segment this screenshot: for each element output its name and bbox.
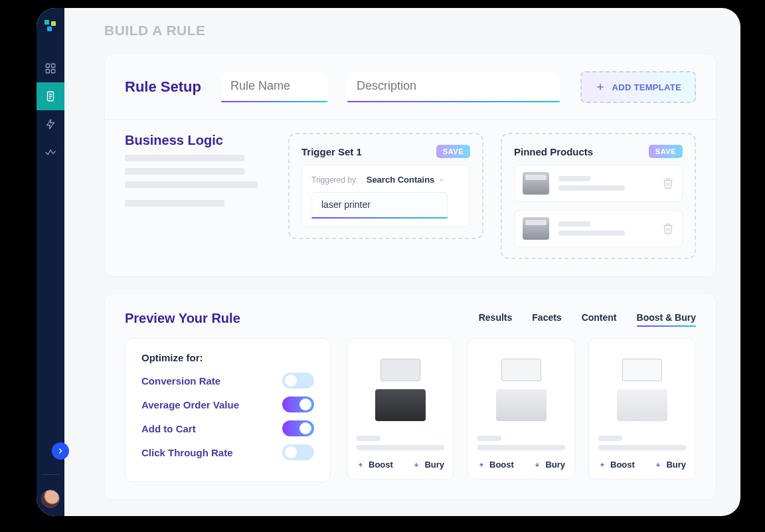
business-logic-row: Business Logic Trigger Set 1 SAVE Trigge… — [125, 133, 696, 259]
optimize-label: Click Through Rate — [141, 447, 233, 458]
arrow-up-icon — [598, 461, 606, 469]
optimize-row: Add to Cart — [141, 420, 314, 436]
skeleton-line — [357, 436, 381, 441]
bury-button[interactable]: Bury — [654, 460, 686, 470]
add-template-button[interactable]: ADD TEMPLATE — [580, 71, 696, 103]
trigger-query-field — [311, 192, 448, 219]
skeleton-line — [598, 445, 686, 450]
product-image — [477, 348, 565, 428]
sidebar-divider — [41, 474, 60, 475]
optimize-label: Add to Cart — [141, 423, 196, 434]
trigger-mode-label: Search Contains — [367, 175, 435, 185]
product-thumb — [523, 217, 549, 240]
business-logic-title: Business Logic — [125, 133, 271, 148]
skeleton-line — [357, 445, 444, 450]
pinned-item-text — [558, 221, 653, 236]
triggered-by-label: Triggered by: — [311, 175, 358, 185]
product-image — [357, 348, 444, 428]
trash-icon[interactable] — [662, 177, 674, 189]
user-avatar[interactable] — [41, 489, 60, 508]
preview-header: Preview Your Rule Results Facets Content… — [125, 311, 696, 326]
trigger-query-input[interactable] — [311, 192, 448, 219]
arrow-down-icon — [654, 461, 662, 469]
nav-dashboard[interactable] — [37, 54, 64, 82]
toggle-aov[interactable] — [282, 397, 314, 412]
plus-icon — [595, 82, 606, 92]
trash-icon[interactable] — [662, 222, 674, 234]
nav-rules[interactable] — [37, 82, 64, 110]
pinned-item[interactable] — [514, 210, 683, 247]
optimize-row: Click Through Rate — [141, 444, 314, 460]
app-frame: BUILD A RULE Rule Setup ADD TEMPLATE — [37, 8, 740, 516]
arrow-down-icon — [412, 461, 420, 469]
trigger-card: Triggered by: Search Contains — [301, 165, 470, 227]
optimize-row: Conversion Rate — [141, 373, 314, 389]
setup-divider — [105, 119, 716, 120]
pinned-item[interactable] — [514, 165, 683, 202]
skeleton-line — [125, 168, 244, 175]
nav-list — [37, 54, 64, 166]
preview-body: Optimize for: Conversion Rate Average Or… — [125, 338, 696, 482]
bury-label: Bury — [424, 460, 444, 470]
rule-setup-card: Rule Setup ADD TEMPLATE Business Logic — [104, 53, 717, 277]
page-title: BUILD A RULE — [104, 23, 717, 39]
arrow-up-icon — [357, 461, 365, 469]
toggle-conversion-rate[interactable] — [282, 373, 314, 389]
pinned-products-panel: Pinned Products SAVE — [501, 133, 696, 259]
description-field — [347, 72, 560, 102]
rule-name-input[interactable] — [221, 72, 327, 102]
tab-results[interactable]: Results — [479, 312, 513, 325]
optimize-label: Conversion Rate — [141, 375, 220, 387]
tab-facets[interactable]: Facets — [532, 312, 561, 325]
bury-button[interactable]: Bury — [533, 460, 565, 470]
bury-label: Bury — [545, 460, 565, 470]
trigger-save-button[interactable]: SAVE — [436, 145, 470, 158]
rule-setup-row: Rule Setup ADD TEMPLATE — [125, 71, 696, 103]
svg-rect-2 — [46, 70, 49, 73]
trigger-set-panel: Trigger Set 1 SAVE Triggered by: Search … — [288, 133, 483, 239]
skeleton-line — [125, 200, 224, 207]
nav-automation[interactable] — [37, 110, 64, 138]
optimize-row: Average Order Value — [141, 397, 314, 412]
skeleton-line — [125, 181, 258, 188]
nav-analytics[interactable] — [37, 138, 64, 166]
tab-content[interactable]: Content — [582, 312, 617, 325]
pinned-products-title: Pinned Products — [514, 146, 593, 157]
skeleton-line — [598, 436, 622, 441]
skeleton-line — [477, 436, 501, 441]
preview-card: Preview Your Rule Results Facets Content… — [104, 293, 717, 500]
description-input[interactable] — [347, 72, 560, 102]
product-image — [598, 348, 686, 428]
trigger-mode-dropdown[interactable]: Search Contains — [367, 175, 446, 185]
boost-button[interactable]: Boost — [477, 460, 514, 470]
tab-boost-bury[interactable]: Boost & Bury — [637, 312, 696, 325]
logo-icon — [44, 20, 56, 32]
boost-button[interactable]: Boost — [357, 460, 393, 470]
product-card: Boost Bury — [468, 338, 575, 480]
preview-title: Preview Your Rule — [125, 311, 240, 326]
toggle-ctr[interactable] — [282, 444, 314, 460]
boost-button[interactable]: Boost — [598, 460, 635, 470]
svg-rect-3 — [52, 70, 55, 73]
skeleton-line — [477, 445, 565, 450]
rule-name-field — [221, 72, 327, 102]
bury-button[interactable]: Bury — [412, 460, 444, 470]
arrow-down-icon — [533, 461, 541, 469]
main-content: BUILD A RULE Rule Setup ADD TEMPLATE — [64, 8, 740, 516]
trigger-set-title: Trigger Set 1 — [301, 146, 362, 157]
preview-tabs: Results Facets Content Boost & Bury — [479, 312, 696, 325]
svg-rect-0 — [46, 64, 49, 67]
svg-rect-1 — [52, 64, 55, 67]
optimize-title: Optimize for: — [141, 352, 314, 363]
optimize-label: Average Order Value — [141, 399, 239, 410]
business-logic-block: Business Logic — [125, 133, 271, 213]
chevron-down-icon — [438, 177, 445, 183]
skeleton-line — [125, 155, 244, 161]
toggle-add-to-cart[interactable] — [282, 420, 314, 436]
pinned-save-button[interactable]: SAVE — [649, 145, 683, 158]
boost-label: Boost — [610, 460, 635, 470]
pinned-item-text — [558, 176, 653, 191]
product-thumb — [523, 172, 549, 195]
rule-setup-title: Rule Setup — [125, 78, 201, 96]
boost-label: Boost — [489, 460, 514, 470]
